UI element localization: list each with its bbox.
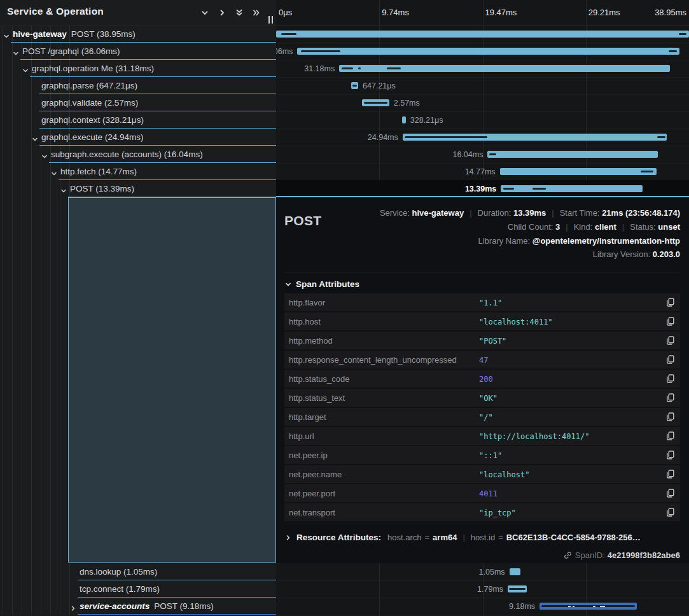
link-icon[interactable] [564, 551, 572, 559]
duration-label: 24.94ms [368, 133, 398, 142]
span-bar[interactable] [402, 116, 405, 123]
copy-icon[interactable] [666, 431, 674, 440]
timeline-row[interactable]: 24.94ms [276, 129, 689, 146]
timeline-row[interactable]: 36.06ms [276, 43, 689, 60]
tree-row-label: POST /graphql (36.06ms) [22, 46, 120, 56]
copy-icon[interactable] [666, 374, 674, 383]
tree-row[interactable]: POST /graphql (36.06ms) [0, 43, 276, 60]
selected-span-expansion-area [68, 197, 276, 563]
duration-label: 16.04ms [452, 150, 483, 159]
tree-row[interactable]: graphql.validate (2.57ms) [0, 94, 276, 111]
duration-label: 31.18ms [304, 64, 335, 73]
copy-icon[interactable] [666, 412, 674, 421]
span-self-time-mark [669, 50, 677, 52]
chevron-down-icon[interactable] [3, 31, 10, 37]
span-bar[interactable] [501, 185, 643, 192]
tree-row[interactable]: graphql.operation Me (31.18ms) [0, 60, 276, 77]
chevron-down-icon[interactable] [32, 134, 38, 140]
attribute-row: net.transport"ip_tcp" [284, 503, 680, 521]
span-bar[interactable] [510, 568, 520, 575]
copy-icon[interactable] [666, 393, 674, 402]
span-child-dot [593, 606, 595, 607]
span-attributes-table: http.flavor"1.1"http.host"localhost:4011… [284, 293, 680, 522]
tree-row[interactable]: POST (13.39ms) [0, 180, 276, 197]
tree-row[interactable]: hive-gatewayPOST (38.95ms) [0, 25, 276, 43]
timeline-row[interactable]: 1.79ms [276, 580, 689, 598]
copy-icon[interactable] [666, 336, 674, 345]
span-self-time-mark [489, 153, 496, 155]
span-self-time-mark [364, 102, 387, 104]
resource-attributes-row[interactable]: Resource Attributes:host.arch=arm64|host… [285, 533, 641, 542]
tree-row[interactable]: tcp.connect (1.79ms) [0, 580, 276, 598]
span-bar[interactable] [487, 151, 657, 158]
chevron-right-icon[interactable] [70, 603, 76, 609]
copy-icon[interactable] [666, 298, 674, 307]
duration-label: 13.39ms [465, 185, 496, 193]
chevron-down-icon[interactable] [51, 168, 57, 174]
chevron-down-icon[interactable] [41, 151, 48, 157]
span-bar[interactable] [500, 168, 657, 175]
copy-icon[interactable] [666, 508, 674, 517]
copy-icon[interactable] [666, 489, 674, 498]
chevron-down-icon[interactable] [200, 8, 209, 17]
attribute-value: "localhost" [479, 470, 529, 479]
timeline-row[interactable]: 1.05ms [276, 563, 689, 581]
timeline-row[interactable]: 647.21μs [276, 77, 689, 95]
chevron-down-icon[interactable] [13, 48, 19, 54]
copy-icon[interactable] [666, 470, 674, 479]
timeline-row[interactable]: 328.21μs [276, 111, 689, 129]
span-bar[interactable] [351, 82, 358, 89]
tree-row[interactable]: service-accountsPOST (9.18ms) [0, 598, 276, 615]
chevron-down-icon [285, 281, 291, 288]
double-chevron-down-icon[interactable] [235, 8, 244, 17]
attribute-value: "http://localhost:4011/" [479, 432, 589, 441]
copy-icon[interactable] [666, 355, 674, 364]
span-bar[interactable] [539, 603, 637, 610]
tree-row[interactable]: graphql.context (328.21μs) [0, 111, 276, 129]
span-summary-line: Library Name: @opentelemetry/instrumenta… [380, 234, 680, 248]
panel-resize-handle[interactable] [268, 16, 273, 24]
span-bar[interactable] [339, 65, 670, 72]
attribute-key: net.transport [289, 508, 335, 517]
span-bar[interactable] [297, 48, 679, 55]
duration-label: 36.06ms [276, 47, 293, 56]
tree-row[interactable]: subgraph.execute (accounts) (16.04ms) [0, 146, 276, 163]
timeline-row[interactable]: 14.77ms [276, 163, 689, 181]
timeline-row[interactable]: 38.95ms [276, 25, 689, 43]
timeline-row[interactable]: 2.57ms [276, 94, 689, 112]
timeline-row[interactable]: 31.18ms [276, 60, 689, 78]
copy-icon[interactable] [666, 451, 674, 459]
copy-icon[interactable] [666, 317, 674, 326]
span-bar[interactable] [276, 31, 689, 38]
span-self-time-mark [509, 588, 525, 590]
tree-row-label: dns.lookup (1.05ms) [80, 567, 157, 577]
timeline-row[interactable]: 16.04ms [276, 146, 689, 164]
tree-row[interactable]: dns.lookup (1.05ms) [0, 563, 276, 580]
span-bar[interactable] [508, 585, 527, 592]
tree-row[interactable]: http.fetch (14.77ms) [0, 163, 276, 180]
attribute-value: 200 [479, 375, 493, 384]
attribute-value: "localhost:4011" [479, 318, 553, 326]
chevron-right-icon[interactable] [218, 8, 226, 17]
span-attributes-toggle[interactable]: Span Attributes [285, 278, 359, 290]
chevron-down-icon[interactable] [60, 185, 67, 192]
timeline-tick-label: 29.21ms [588, 8, 620, 17]
resource-attributes-header: Resource Attributes: [296, 533, 381, 542]
summary-value: 13.39ms [513, 208, 546, 218]
chevron-down-icon[interactable] [22, 65, 29, 71]
separator: | [622, 222, 624, 232]
equals-sign: = [425, 533, 430, 542]
double-chevron-right-icon[interactable] [252, 8, 261, 17]
attribute-row: net.peer.name"localhost" [284, 465, 680, 483]
panel-title: Service & Operation [7, 6, 104, 17]
span-bar[interactable] [362, 99, 389, 106]
tree-row[interactable]: graphql.execute (24.94ms) [0, 129, 276, 146]
span-bar[interactable] [403, 134, 667, 141]
tree-row[interactable]: graphql.parse (647.21μs) [0, 77, 276, 94]
timeline-row[interactable]: 13.39ms [276, 180, 689, 198]
span-child-dot [568, 606, 571, 607]
separator: | [463, 533, 464, 542]
attribute-key: http.url [289, 431, 314, 441]
timeline-row[interactable]: 9.18ms [276, 598, 689, 615]
attribute-value: "1.1" [479, 298, 502, 307]
